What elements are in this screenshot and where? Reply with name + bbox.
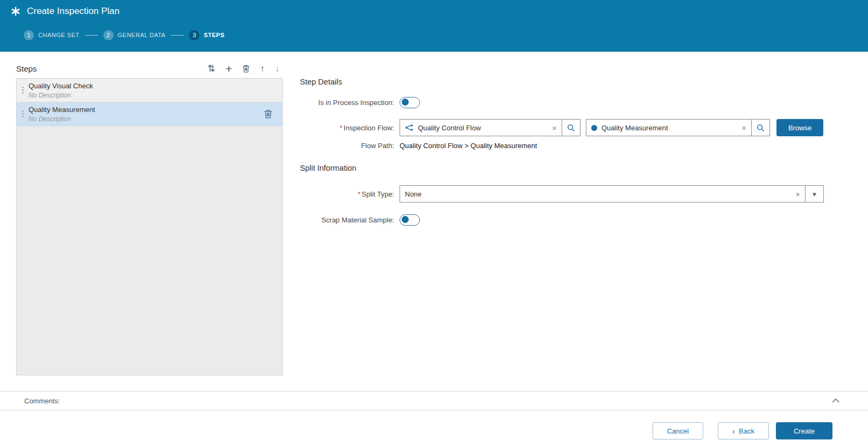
search-icon[interactable]	[562, 119, 580, 136]
section-split-information: Split Information	[300, 164, 868, 172]
sort-icon[interactable]: ⇅	[207, 64, 215, 73]
field-value: Quality Control Flow	[418, 124, 548, 132]
chevron-up-icon[interactable]	[831, 398, 840, 403]
split-type-select: None × ▾	[400, 185, 824, 202]
step-general-data[interactable]: 2 GENERAL DATA	[103, 30, 166, 40]
clear-icon[interactable]: ×	[552, 124, 557, 132]
required-marker: *	[340, 124, 342, 132]
list-item[interactable]: Quality Visual Check No Description	[17, 79, 282, 102]
label-text: Inspection Flow:	[344, 124, 394, 132]
step-label: STEPS	[204, 32, 225, 38]
list-item[interactable]: Quality Measurement No Description	[17, 102, 282, 126]
cancel-button[interactable]: Cancel	[653, 422, 703, 439]
delete-icon[interactable]	[242, 65, 250, 73]
field-value: None	[405, 190, 791, 198]
page-title: Create Inspection Plan	[27, 6, 120, 17]
flow-icon	[405, 124, 414, 131]
inspection-flow-label: *Inspection Flow:	[300, 124, 400, 132]
step-label: GENERAL DATA	[118, 32, 166, 38]
steps-toolbar: ⇅ + ↑ ↓	[207, 63, 283, 74]
toggle-knob	[402, 99, 409, 106]
search-icon[interactable]	[752, 119, 770, 136]
in-process-label: Is in Process Inspection:	[300, 99, 400, 107]
add-icon[interactable]: +	[226, 63, 232, 74]
main-content: Steps ⇅ + ↑ ↓	[0, 52, 868, 391]
drag-handle-icon[interactable]	[22, 110, 24, 112]
inspection-flow-field-1[interactable]: Quality Control Flow ×	[400, 119, 562, 136]
status-dot-icon	[591, 125, 597, 131]
field-value: Quality Measurement	[601, 124, 737, 132]
inspection-flow-field-2[interactable]: Quality Measurement ×	[586, 119, 752, 136]
wizard-stepper: 1 CHANGE SET 2 GENERAL DATA 3 STEPS	[0, 23, 868, 52]
label-text: Split Type:	[362, 190, 394, 198]
step-number: 3	[189, 30, 199, 40]
required-marker: *	[358, 190, 360, 198]
step-item-name: Quality Measurement	[29, 106, 264, 114]
dialog-footer: Cancel ‹ Back Create	[0, 410, 868, 447]
comments-bar: Comments:	[0, 391, 868, 410]
chevron-left-icon: ‹	[732, 427, 735, 435]
move-down-icon[interactable]: ↓	[275, 64, 280, 73]
drag-handle-icon[interactable]	[22, 87, 24, 88]
scrap-material-label: Scrap Material Sample:	[300, 216, 400, 224]
scrap-material-toggle[interactable]	[400, 214, 420, 226]
inspection-flow-input-2: Quality Measurement ×	[586, 119, 770, 136]
create-button[interactable]: Create	[776, 422, 832, 439]
split-type-field[interactable]: None ×	[400, 185, 806, 202]
step-label: CHANGE SET	[38, 32, 80, 38]
clear-icon[interactable]: ×	[795, 190, 800, 198]
flow-path-value: Quality Control Flow > Quality Measureme…	[400, 142, 537, 150]
in-process-toggle[interactable]	[400, 97, 420, 108]
browse-button[interactable]: Browse	[776, 119, 823, 136]
back-button[interactable]: ‹ Back	[718, 422, 769, 439]
delete-step-icon[interactable]	[264, 109, 272, 118]
comments-label: Comments:	[24, 397, 60, 405]
steps-list: Quality Visual Check No Description Qual…	[16, 78, 283, 375]
dialog-header: Create Inspection Plan 1 CHANGE SET 2 GE…	[0, 0, 868, 52]
flow-path-label: Flow Path:	[300, 142, 400, 150]
inspection-flow-input-1: Quality Control Flow ×	[400, 119, 580, 136]
back-label: Back	[739, 427, 754, 435]
step-item-name: Quality Visual Check	[29, 82, 277, 90]
chevron-down-icon[interactable]: ▾	[806, 185, 824, 202]
step-connector	[85, 35, 98, 36]
step-connector	[171, 35, 184, 36]
step-item-description: No Description	[29, 92, 277, 99]
step-change-set[interactable]: 1 CHANGE SET	[24, 30, 80, 40]
create-inspection-plan-dialog: Create Inspection Plan 1 CHANGE SET 2 GE…	[0, 0, 868, 447]
details-panel: Step Details Is in Process Inspection: *…	[283, 52, 868, 391]
toggle-knob	[402, 216, 409, 223]
caret-glyph: ▾	[813, 191, 816, 198]
steps-panel-title: Steps	[16, 64, 37, 73]
asterisk-icon	[11, 6, 20, 16]
clear-icon[interactable]: ×	[741, 124, 746, 132]
step-item-description: No Description	[29, 115, 264, 123]
step-steps[interactable]: 3 STEPS	[189, 30, 225, 40]
steps-panel: Steps ⇅ + ↑ ↓	[16, 52, 283, 391]
split-type-label: *Split Type:	[300, 190, 400, 198]
step-number: 2	[103, 30, 114, 40]
step-number: 1	[24, 30, 34, 40]
move-up-icon[interactable]: ↑	[260, 64, 265, 73]
section-step-details: Step Details	[300, 78, 868, 86]
